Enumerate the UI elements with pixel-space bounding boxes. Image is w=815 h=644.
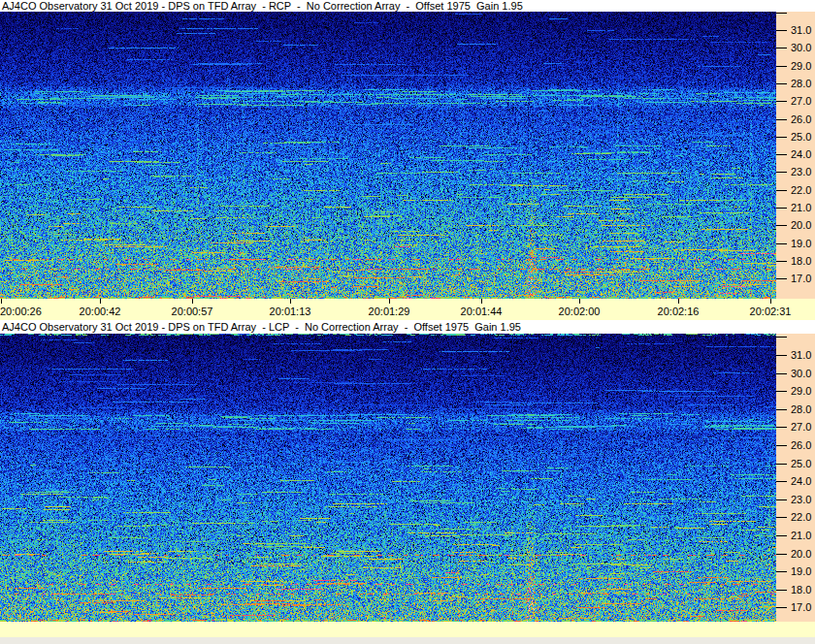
freq-tick-label: 30.0: [791, 42, 811, 53]
time-axis: 20:00:2620:00:4220:00:5720:01:1320:01:29…: [0, 299, 815, 320]
time-tick: [770, 299, 771, 304]
freq-tick-label: 17.0: [791, 273, 811, 284]
freq-tick-label: 29.0: [791, 60, 811, 72]
radio-sky-spectrograph-screen: AJ4CO Observatory 31 Oct 2019 - DPS on T…: [0, 0, 815, 644]
panel2-frequency-axis: 31.030.029.028.027.026.025.024.023.022.0…: [776, 334, 815, 622]
freq-tick: [776, 535, 787, 536]
time-tick-label: 20:00:42: [80, 306, 121, 317]
freq-tick: [776, 66, 787, 67]
freq-tick: [776, 554, 787, 555]
time-tick: [481, 299, 482, 304]
freq-tick: [776, 154, 787, 155]
freq-tick: [776, 243, 787, 244]
panel1-spectrogram-canvas[interactable]: [0, 12, 776, 299]
freq-tick: [776, 373, 787, 374]
panel2-title: AJ4CO Observatory 31 Oct 2019 - DPS on T…: [0, 320, 815, 334]
time-tick: [1, 299, 2, 304]
freq-tick: [776, 499, 787, 500]
freq-tick: [776, 607, 787, 608]
freq-tick: [776, 83, 787, 84]
panel1-title: AJ4CO Observatory 31 Oct 2019 - DPS on T…: [0, 0, 815, 12]
freq-tick-label: 25.0: [791, 458, 811, 469]
panel2-time-axis-empty: [0, 622, 815, 637]
freq-tick-label: 28.0: [791, 78, 811, 89]
freq-tick: [776, 48, 787, 48]
freq-tick-label: 27.0: [791, 95, 811, 107]
time-tick-label: 20:01:13: [270, 306, 311, 317]
freq-tick-label: 24.0: [791, 148, 811, 160]
freq-tick-label: 21.0: [791, 202, 811, 213]
freq-tick: [776, 208, 787, 209]
time-tick-label: 20:00:26: [0, 306, 42, 317]
freq-tick-label: 24.0: [791, 475, 811, 487]
freq-tick-label: 21.0: [791, 530, 811, 541]
freq-tick: [776, 590, 787, 591]
freq-tick: [776, 119, 787, 120]
time-tick-label: 20:01:29: [369, 306, 410, 317]
freq-tick: [776, 225, 787, 226]
freq-tick-label: 29.0: [791, 385, 811, 397]
freq-tick: [776, 278, 787, 279]
time-tick-label: 20:02:31: [750, 306, 792, 317]
freq-tick: [776, 517, 787, 518]
freq-tick-label: 30.0: [791, 368, 811, 379]
freq-tick: [776, 261, 787, 262]
freq-tick-label: 17.0: [791, 601, 811, 613]
time-tick-label: 20:02:16: [658, 306, 700, 317]
freq-tick: [776, 427, 787, 428]
freq-tick-label: 22.0: [791, 184, 811, 196]
freq-tick-label: 28.0: [791, 403, 811, 415]
freq-tick: [776, 137, 787, 138]
time-tick: [192, 299, 193, 304]
panel1-frequency-axis: 31.030.029.028.027.026.025.024.023.022.0…: [776, 12, 815, 299]
freq-tick-label: 31.0: [791, 24, 811, 36]
time-tick-label: 20:02:00: [559, 306, 601, 317]
freq-tick-label: 31.0: [791, 349, 811, 361]
freq-tick: [776, 409, 787, 410]
freq-tick: [776, 13, 787, 14]
panel2-spectrogram-canvas[interactable]: [0, 334, 776, 622]
freq-tick: [776, 445, 787, 446]
freq-tick: [776, 464, 787, 465]
window-bottom-strip: [0, 637, 815, 644]
freq-tick-label: 19.0: [791, 238, 811, 249]
freq-tick-label: 18.0: [791, 584, 811, 596]
time-tick-label: 20:00:57: [172, 306, 213, 317]
time-tick-label: 20:01:44: [461, 306, 503, 317]
freq-tick-label: 26.0: [791, 113, 811, 125]
freq-tick-label: 20.0: [791, 219, 811, 231]
freq-tick: [776, 571, 787, 572]
freq-tick-label: 25.0: [791, 131, 811, 143]
freq-tick: [776, 190, 787, 191]
time-tick: [389, 299, 390, 304]
freq-tick-label: 18.0: [791, 255, 811, 267]
freq-tick-label: 22.0: [791, 511, 811, 523]
freq-tick-label: 19.0: [791, 565, 811, 577]
freq-tick-label: 23.0: [791, 166, 811, 177]
freq-tick: [776, 101, 787, 102]
freq-tick: [776, 391, 787, 392]
freq-tick-label: 27.0: [791, 421, 811, 433]
time-tick: [290, 299, 291, 304]
freq-tick: [776, 172, 787, 173]
time-tick: [579, 299, 580, 304]
freq-tick-label: 26.0: [791, 439, 811, 451]
time-tick: [678, 299, 679, 304]
freq-tick: [776, 355, 787, 356]
freq-tick-label: 20.0: [791, 548, 811, 560]
time-tick: [100, 299, 101, 304]
freq-tick: [776, 337, 787, 338]
freq-tick: [776, 30, 787, 31]
freq-tick: [776, 481, 787, 482]
freq-tick-label: 23.0: [791, 494, 811, 505]
